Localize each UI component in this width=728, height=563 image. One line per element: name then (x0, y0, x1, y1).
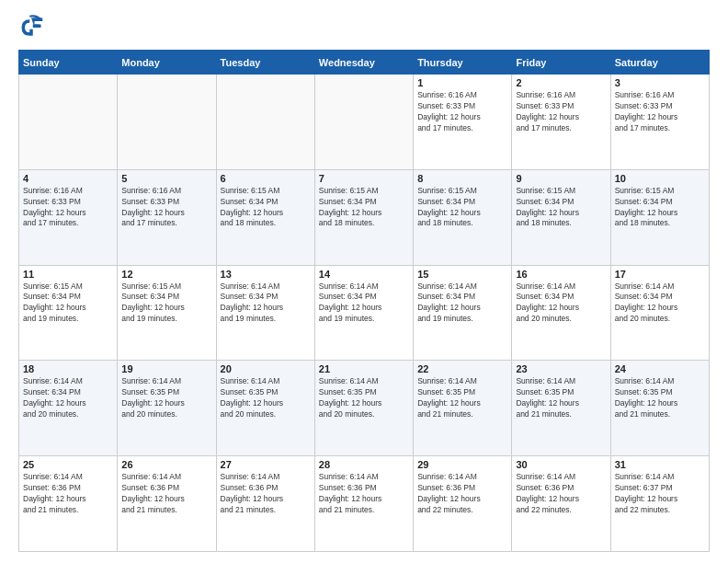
day-cell: 30Sunrise: 6:14 AM Sunset: 6:36 PM Dayli… (512, 456, 610, 552)
logo (18, 15, 48, 40)
day-number: 16 (516, 269, 606, 280)
day-cell: 13Sunrise: 6:14 AM Sunset: 6:34 PM Dayli… (216, 265, 314, 361)
day-cell: 22Sunrise: 6:14 AM Sunset: 6:35 PM Dayli… (414, 361, 512, 456)
day-number: 30 (516, 459, 606, 470)
day-info: Sunrise: 6:14 AM Sunset: 6:34 PM Dayligh… (23, 376, 113, 420)
day-number: 9 (516, 173, 606, 184)
day-number: 23 (516, 363, 606, 374)
day-number: 10 (615, 173, 705, 184)
day-cell: 11Sunrise: 6:15 AM Sunset: 6:34 PM Dayli… (19, 265, 118, 361)
day-cell: 27Sunrise: 6:14 AM Sunset: 6:36 PM Dayli… (216, 456, 314, 552)
day-cell (19, 75, 118, 170)
svg-marker-1 (33, 25, 41, 29)
day-number: 7 (319, 173, 409, 184)
day-cell: 15Sunrise: 6:14 AM Sunset: 6:34 PM Dayli… (414, 265, 512, 361)
day-number: 22 (417, 363, 507, 374)
day-cell: 2Sunrise: 6:16 AM Sunset: 6:33 PM Daylig… (512, 75, 610, 170)
day-info: Sunrise: 6:14 AM Sunset: 6:34 PM Dayligh… (319, 282, 409, 326)
day-cell: 31Sunrise: 6:14 AM Sunset: 6:37 PM Dayli… (610, 456, 709, 552)
day-number: 6 (221, 173, 311, 184)
day-info: Sunrise: 6:14 AM Sunset: 6:37 PM Dayligh… (615, 472, 705, 516)
day-info: Sunrise: 6:15 AM Sunset: 6:34 PM Dayligh… (516, 186, 606, 230)
day-number: 1 (417, 77, 507, 88)
day-cell: 9Sunrise: 6:15 AM Sunset: 6:34 PM Daylig… (512, 169, 610, 265)
day-info: Sunrise: 6:14 AM Sunset: 6:36 PM Dayligh… (121, 472, 211, 516)
day-number: 14 (319, 269, 409, 280)
day-info: Sunrise: 6:16 AM Sunset: 6:33 PM Dayligh… (121, 186, 211, 230)
week-row-2: 4Sunrise: 6:16 AM Sunset: 6:33 PM Daylig… (19, 169, 710, 265)
day-cell: 8Sunrise: 6:15 AM Sunset: 6:34 PM Daylig… (414, 169, 512, 265)
weekday-header-wednesday: Wednesday (314, 51, 413, 75)
weekday-header-friday: Friday (512, 51, 610, 75)
day-cell: 24Sunrise: 6:14 AM Sunset: 6:35 PM Dayli… (610, 361, 709, 456)
weekday-header-thursday: Thursday (414, 51, 512, 75)
day-info: Sunrise: 6:14 AM Sunset: 6:36 PM Dayligh… (319, 472, 409, 516)
day-cell (216, 75, 314, 170)
day-info: Sunrise: 6:15 AM Sunset: 6:34 PM Dayligh… (417, 186, 507, 230)
day-cell: 29Sunrise: 6:14 AM Sunset: 6:36 PM Dayli… (414, 456, 512, 552)
weekday-header-saturday: Saturday (610, 51, 709, 75)
day-info: Sunrise: 6:14 AM Sunset: 6:35 PM Dayligh… (221, 376, 311, 420)
logo-icon (18, 15, 44, 40)
day-info: Sunrise: 6:14 AM Sunset: 6:36 PM Dayligh… (23, 472, 113, 516)
day-number: 5 (121, 173, 211, 184)
weekday-header-sunday: Sunday (19, 51, 118, 75)
day-number: 31 (615, 459, 705, 470)
day-cell: 23Sunrise: 6:14 AM Sunset: 6:35 PM Dayli… (512, 361, 610, 456)
day-number: 25 (23, 459, 113, 470)
day-info: Sunrise: 6:14 AM Sunset: 6:34 PM Dayligh… (417, 282, 507, 326)
day-info: Sunrise: 6:14 AM Sunset: 6:35 PM Dayligh… (319, 376, 409, 420)
day-cell: 17Sunrise: 6:14 AM Sunset: 6:34 PM Dayli… (610, 265, 709, 361)
day-info: Sunrise: 6:14 AM Sunset: 6:34 PM Dayligh… (221, 282, 311, 326)
page: SundayMondayTuesdayWednesdayThursdayFrid… (0, 0, 728, 563)
day-cell (118, 75, 216, 170)
day-info: Sunrise: 6:14 AM Sunset: 6:35 PM Dayligh… (417, 376, 507, 420)
weekday-header-row: SundayMondayTuesdayWednesdayThursdayFrid… (19, 51, 710, 75)
day-number: 15 (417, 269, 507, 280)
day-cell: 10Sunrise: 6:15 AM Sunset: 6:34 PM Dayli… (610, 169, 709, 265)
day-cell: 14Sunrise: 6:14 AM Sunset: 6:34 PM Dayli… (314, 265, 413, 361)
day-info: Sunrise: 6:16 AM Sunset: 6:33 PM Dayligh… (615, 90, 705, 134)
day-info: Sunrise: 6:14 AM Sunset: 6:35 PM Dayligh… (121, 376, 211, 420)
day-info: Sunrise: 6:16 AM Sunset: 6:33 PM Dayligh… (417, 90, 507, 134)
day-cell: 18Sunrise: 6:14 AM Sunset: 6:34 PM Dayli… (19, 361, 118, 456)
day-cell: 20Sunrise: 6:14 AM Sunset: 6:35 PM Dayli… (216, 361, 314, 456)
day-info: Sunrise: 6:15 AM Sunset: 6:34 PM Dayligh… (121, 282, 211, 326)
day-info: Sunrise: 6:15 AM Sunset: 6:34 PM Dayligh… (319, 186, 409, 230)
day-number: 29 (417, 459, 507, 470)
day-cell: 16Sunrise: 6:14 AM Sunset: 6:34 PM Dayli… (512, 265, 610, 361)
day-info: Sunrise: 6:15 AM Sunset: 6:34 PM Dayligh… (23, 282, 113, 326)
calendar: SundayMondayTuesdayWednesdayThursdayFrid… (18, 50, 710, 552)
day-number: 17 (615, 269, 705, 280)
day-number: 12 (121, 269, 211, 280)
day-number: 4 (23, 173, 113, 184)
week-row-3: 11Sunrise: 6:15 AM Sunset: 6:34 PM Dayli… (19, 265, 710, 361)
day-cell: 5Sunrise: 6:16 AM Sunset: 6:33 PM Daylig… (118, 169, 216, 265)
day-cell: 21Sunrise: 6:14 AM Sunset: 6:35 PM Dayli… (314, 361, 413, 456)
day-info: Sunrise: 6:16 AM Sunset: 6:33 PM Dayligh… (516, 90, 606, 134)
week-row-1: 1Sunrise: 6:16 AM Sunset: 6:33 PM Daylig… (19, 75, 710, 170)
day-cell: 19Sunrise: 6:14 AM Sunset: 6:35 PM Dayli… (118, 361, 216, 456)
day-info: Sunrise: 6:15 AM Sunset: 6:34 PM Dayligh… (615, 186, 705, 230)
day-info: Sunrise: 6:14 AM Sunset: 6:34 PM Dayligh… (615, 282, 705, 326)
day-number: 11 (23, 269, 113, 280)
weekday-header-tuesday: Tuesday (216, 51, 314, 75)
day-number: 8 (417, 173, 507, 184)
day-info: Sunrise: 6:15 AM Sunset: 6:34 PM Dayligh… (221, 186, 311, 230)
day-cell: 25Sunrise: 6:14 AM Sunset: 6:36 PM Dayli… (19, 456, 118, 552)
week-row-4: 18Sunrise: 6:14 AM Sunset: 6:34 PM Dayli… (19, 361, 710, 456)
day-number: 20 (221, 363, 311, 374)
day-info: Sunrise: 6:14 AM Sunset: 6:36 PM Dayligh… (417, 472, 507, 516)
day-number: 3 (615, 77, 705, 88)
day-cell (314, 75, 413, 170)
day-info: Sunrise: 6:16 AM Sunset: 6:33 PM Dayligh… (23, 186, 113, 230)
day-cell: 4Sunrise: 6:16 AM Sunset: 6:33 PM Daylig… (19, 169, 118, 265)
day-number: 21 (319, 363, 409, 374)
day-number: 27 (221, 459, 311, 470)
day-cell: 1Sunrise: 6:16 AM Sunset: 6:33 PM Daylig… (414, 75, 512, 170)
day-number: 18 (23, 363, 113, 374)
day-cell: 28Sunrise: 6:14 AM Sunset: 6:36 PM Dayli… (314, 456, 413, 552)
day-info: Sunrise: 6:14 AM Sunset: 6:35 PM Dayligh… (615, 376, 705, 420)
day-info: Sunrise: 6:14 AM Sunset: 6:36 PM Dayligh… (221, 472, 311, 516)
day-number: 28 (319, 459, 409, 470)
